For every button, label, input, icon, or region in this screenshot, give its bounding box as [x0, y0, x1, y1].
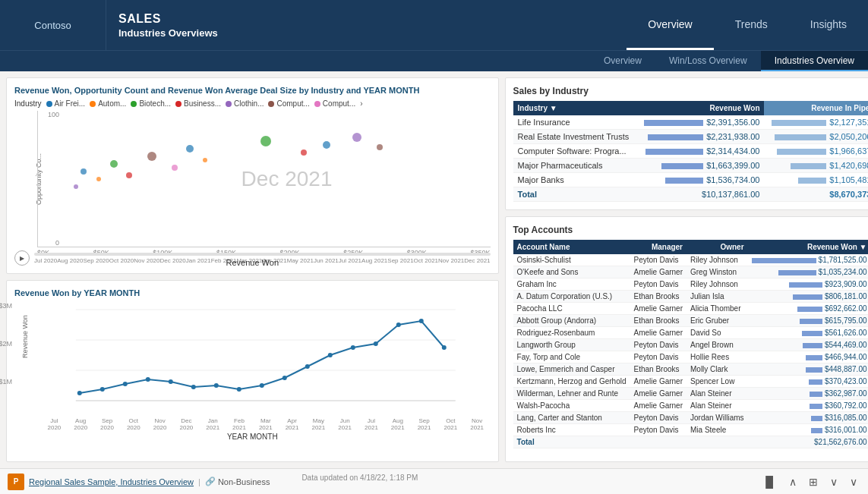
- svg-point-28: [305, 364, 310, 369]
- footer-expand-btn[interactable]: ∨: [847, 474, 860, 489]
- footer-grid-btn[interactable]: ⊞: [806, 474, 821, 489]
- svg-point-13: [377, 144, 383, 150]
- col-rev-won[interactable]: Revenue Won ▼: [748, 240, 868, 254]
- line-chart-y-axis-label: Revenue Won: [21, 337, 29, 358]
- tag-label: Non-Business: [218, 477, 270, 486]
- cell-account-name: Lowe, Emmerich and Casper: [513, 363, 630, 376]
- accounts-table-container[interactable]: Account Name Manager Owner Revenue Won ▼…: [513, 240, 868, 448]
- subtab-overview[interactable]: Overview: [590, 51, 655, 71]
- col-owner[interactable]: Owner: [687, 240, 748, 254]
- svg-point-8: [203, 158, 207, 162]
- svg-point-23: [191, 385, 196, 389]
- cell-pipeline: $1,105,481.00: [764, 173, 868, 187]
- svg-point-12: [352, 133, 361, 142]
- svg-point-30: [351, 345, 355, 350]
- subtab-industries[interactable]: Industries Overview: [761, 51, 868, 71]
- scatter-chart-title: Revenue Won, Opportunity Count and Reven…: [14, 86, 491, 95]
- playback-track[interactable]: [34, 253, 491, 256]
- footer: P Regional Sales Sample, Industries Over…: [0, 468, 868, 494]
- footer-left: P Regional Sales Sample, Industries Over…: [8, 474, 418, 490]
- cell-manager: Peyton Davis: [630, 412, 687, 424]
- scatter-plot: 100 0 Dec 2021: [37, 111, 491, 247]
- filter-more-arrow[interactable]: ›: [360, 99, 362, 108]
- footer-chart-btn[interactable]: ▐▌: [759, 474, 780, 489]
- cell-owner: [687, 436, 748, 448]
- cell-rev-won: $316,001.00: [748, 424, 868, 436]
- cell-rev-won: $806,181.00: [748, 291, 868, 303]
- svg-point-24: [214, 383, 219, 388]
- svg-point-29: [328, 353, 333, 357]
- line-chart-container: $3M $2M $1M Revenue Won: [14, 302, 491, 416]
- nav-logo: Contoso: [0, 0, 106, 50]
- col-pipeline[interactable]: Revenue In Pipeline: [764, 101, 868, 115]
- table-row: Roberts Inc Peyton Davis Mia Steele $316…: [513, 424, 868, 436]
- line-chart-title: Revenue Won by YEAR MONTH: [14, 288, 491, 297]
- svg-point-22: [169, 379, 173, 384]
- svg-point-27: [282, 376, 287, 380]
- industry-table: Industry ▼ Revenue Won Revenue In Pipeli…: [513, 101, 868, 202]
- footer-right: ▐▌ ∧ ⊞ ∨ ∨: [759, 474, 860, 489]
- col-industry[interactable]: Industry ▼: [513, 101, 637, 115]
- col-revenue-won[interactable]: Revenue Won: [636, 101, 764, 115]
- svg-point-1: [96, 177, 101, 181]
- cell-rev-won: $21,562,676.00: [748, 436, 868, 448]
- svg-point-33: [419, 319, 424, 323]
- cell-manager: Peyton Davis: [630, 424, 687, 436]
- footer-down-btn[interactable]: ∨: [827, 474, 841, 489]
- cell-account-name: Graham Inc: [513, 278, 630, 291]
- cell-account-name: Abbott Group (Andorra): [513, 315, 630, 327]
- tab-insights[interactable]: Insights: [789, 0, 868, 50]
- cell-industry: Real Estate Investment Trusts: [513, 130, 637, 144]
- table-row: Rodriguez-Rosenbaum Amelie Garner David …: [513, 327, 868, 339]
- nav-center: SALES Industries Overviews: [106, 0, 627, 50]
- cell-account-name: Total: [513, 436, 630, 448]
- table-row: Wilderman, Lehner and Runte Amelie Garne…: [513, 388, 868, 400]
- cell-pipeline: $2,127,351.00: [764, 115, 868, 130]
- svg-point-5: [147, 152, 156, 161]
- cell-account-name: Wilderman, Lehner and Runte: [513, 388, 630, 400]
- svg-point-9: [260, 136, 271, 146]
- footer-separator: |: [198, 477, 200, 486]
- subtab-winloss[interactable]: Win/Loss Overview: [655, 51, 761, 71]
- table-row: Walsh-Pacocha Amelie Garner Alan Steiner…: [513, 400, 868, 412]
- cell-account-name: Rodriguez-Rosenbaum: [513, 327, 630, 339]
- table-row: Lang, Carter and Stanton Peyton Davis Jo…: [513, 412, 868, 424]
- cell-revenue-won: $10,137,861.00: [636, 187, 764, 202]
- cell-rev-won: $1,035,234.00: [748, 266, 868, 278]
- table-row: Total $10,137,861.00 $8,670,373.00 56.7%…: [513, 187, 868, 202]
- line-chart-x-title: YEAR MONTH: [14, 433, 491, 441]
- svg-point-11: [323, 141, 330, 149]
- top-nav: Contoso SALES Industries Overviews Overv…: [0, 0, 868, 50]
- cell-owner: Mia Steele: [687, 424, 748, 436]
- filter-item-3: Biotech...: [131, 99, 171, 108]
- footer-report-link[interactable]: Regional Sales Sample, Industries Overvi…: [29, 477, 194, 486]
- cell-manager: Ethan Brooks: [630, 315, 687, 327]
- footer-update-text: Data updated on 4/18/22, 1:18 PM: [301, 474, 418, 482]
- svg-point-19: [100, 387, 105, 392]
- tab-trends[interactable]: Trends: [714, 0, 789, 50]
- line-chart-x-labels: Jul2020 Aug2020 Sep2020 Oct2020 Nov2020 …: [41, 417, 491, 431]
- line-chart-card: Revenue Won by YEAR MONTH $3M $2M $1M Re…: [6, 280, 499, 462]
- table-row: A. Datum Corporation (U.S.) Ethan Brooks…: [513, 291, 868, 303]
- table-row: O'Keefe and Sons Amelie Garner Greg Wins…: [513, 266, 868, 278]
- cell-owner: Greg Winston: [687, 266, 748, 278]
- table-row: Lowe, Emmerich and Casper Ethan Brooks M…: [513, 363, 868, 376]
- left-panel: Revenue Won, Opportunity Count and Reven…: [0, 71, 505, 468]
- cell-account-name: Osinski-Schulist: [513, 254, 630, 266]
- svg-point-18: [77, 391, 82, 395]
- tab-overview[interactable]: Overview: [627, 0, 713, 50]
- cell-revenue-won: $2,391,356.00: [636, 115, 764, 130]
- filter-label: Industry: [14, 99, 42, 108]
- scatter-x-title: Revenue Won: [14, 258, 491, 267]
- cell-industry: Major Banks: [513, 173, 637, 187]
- col-account-name[interactable]: Account Name: [513, 240, 630, 254]
- cell-manager: Amelie Garner: [630, 327, 687, 339]
- top-accounts-title: Top Accounts: [513, 225, 868, 235]
- cell-account-name: Walsh-Pacocha: [513, 400, 630, 412]
- svg-point-34: [442, 345, 447, 350]
- cell-owner: Molly Clark: [687, 363, 748, 376]
- cell-owner: Hollie Rees: [687, 351, 748, 363]
- col-manager[interactable]: Manager: [630, 240, 687, 254]
- cell-revenue-won: $1,663,399.00: [636, 159, 764, 173]
- footer-up-btn[interactable]: ∧: [786, 474, 800, 489]
